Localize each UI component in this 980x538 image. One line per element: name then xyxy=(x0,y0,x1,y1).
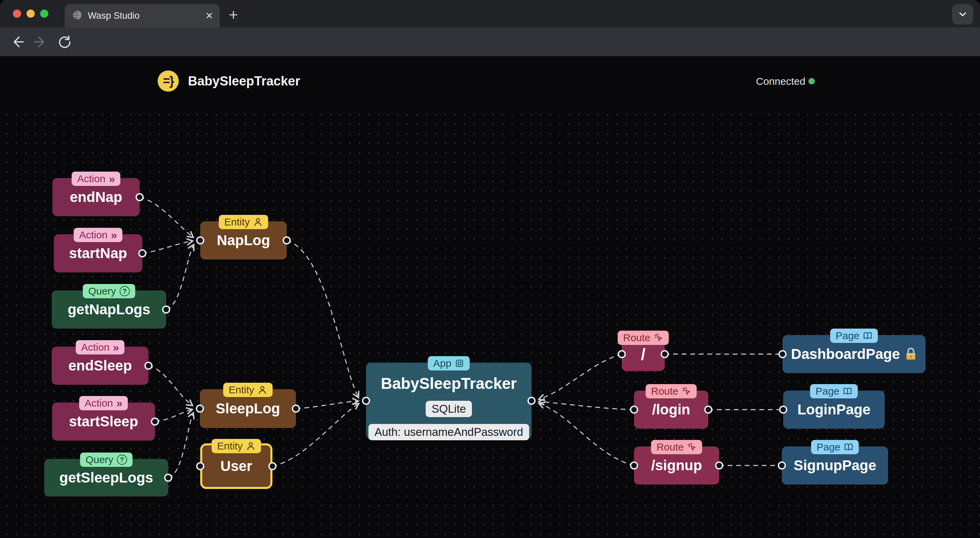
person-icon xyxy=(246,441,256,451)
node-label: startSleep xyxy=(69,413,138,430)
connection-status-dot xyxy=(808,78,815,84)
book-open-icon xyxy=(863,331,872,341)
tab-search-chevron-button[interactable] xyxy=(952,4,973,24)
node-label: DashboardPage xyxy=(791,346,917,362)
back-button[interactable] xyxy=(9,27,25,56)
page-title: BabySleepTracker xyxy=(188,74,300,89)
node-entity-sleeplog[interactable]: Entity SleepLog xyxy=(200,389,296,428)
node-app-babysleeptracker[interactable]: App BabySleepTracker SQLite Auth: userna… xyxy=(366,363,531,439)
person-icon xyxy=(253,217,263,227)
badge-action: Action» xyxy=(76,340,124,355)
badge-app: App xyxy=(428,356,469,371)
window-minimize-button[interactable] xyxy=(27,10,35,18)
question-circle-icon: ? xyxy=(119,286,130,296)
node-route-signup[interactable]: Route /signup xyxy=(634,446,719,484)
badge-query: Query? xyxy=(80,452,132,467)
book-open-icon xyxy=(843,387,852,396)
node-label: LoginPage xyxy=(797,401,871,418)
node-action-startsleep[interactable]: Action» startSleep xyxy=(52,403,155,441)
window-zoom-button[interactable] xyxy=(40,10,48,18)
badge-action: Action» xyxy=(79,396,128,410)
forward-button[interactable] xyxy=(33,27,49,56)
chip-icon xyxy=(455,358,465,368)
app-database-pill: SQLite xyxy=(426,401,472,417)
node-query-getsleeplogs[interactable]: Query? getSleepLogs xyxy=(44,459,168,497)
node-page-signuppage[interactable]: Page SignupPage xyxy=(782,446,888,484)
tab-wasp-studio[interactable]: Wasp Studio × xyxy=(65,4,220,27)
node-label: SleepLog xyxy=(216,400,280,417)
badge-page: Page xyxy=(811,440,859,454)
node-route-root[interactable]: Route / xyxy=(622,337,665,371)
new-tab-button[interactable]: + xyxy=(229,5,238,24)
badge-page: Page xyxy=(810,384,858,398)
badge-route: Route xyxy=(651,440,702,454)
action-chevrons-icon: » xyxy=(116,398,123,409)
badge-route: Route xyxy=(618,331,669,345)
badge-action: Action» xyxy=(72,172,120,186)
node-entity-user[interactable]: Entity User xyxy=(200,443,272,489)
node-route-login[interactable]: Route /login xyxy=(634,390,708,429)
action-chevrons-icon: » xyxy=(113,342,119,353)
book-open-icon xyxy=(844,442,853,452)
tab-title: Wasp Studio xyxy=(88,11,206,21)
tab-favicon-globe-icon xyxy=(72,10,83,22)
connection-status: Connected xyxy=(756,76,805,87)
person-icon xyxy=(258,385,267,395)
node-entity-naplog[interactable]: Entity NapLog xyxy=(200,221,287,259)
cursor-click-icon xyxy=(687,442,697,452)
browser-toolbar: localhost:4000 ☆ Incognito Relaunch to u… xyxy=(0,27,980,56)
action-chevrons-icon: » xyxy=(109,173,115,184)
node-query-getnaplogs[interactable]: Query? getNapLogs xyxy=(52,290,166,329)
node-label: startNap xyxy=(69,245,127,261)
badge-entity: Entity xyxy=(219,215,268,229)
tab-strip: Wasp Studio × + xyxy=(0,0,980,27)
node-label: NapLog xyxy=(217,232,270,248)
node-action-endnap[interactable]: Action» endNap xyxy=(52,178,140,216)
node-label: SignupPage xyxy=(794,457,877,474)
badge-page: Page xyxy=(830,329,878,343)
node-label: endNap xyxy=(70,189,122,205)
node-label: getSleepLogs xyxy=(59,470,153,486)
node-label: /login xyxy=(652,401,690,418)
question-circle-icon: ? xyxy=(117,455,127,465)
badge-action: Action» xyxy=(73,228,122,242)
node-page-dashboardpage[interactable]: Page DashboardPage xyxy=(783,335,926,373)
reload-button[interactable] xyxy=(57,27,73,56)
badge-entity: Entity xyxy=(212,439,261,453)
node-label: /signup xyxy=(651,457,702,474)
wasp-logo: =} xyxy=(158,70,179,92)
cursor-click-icon xyxy=(682,387,691,396)
lock-icon xyxy=(905,347,917,361)
app-name: BabySleepTracker xyxy=(381,374,517,393)
badge-entity: Entity xyxy=(223,383,272,397)
node-label: endSleep xyxy=(68,358,132,374)
action-chevrons-icon: » xyxy=(111,229,117,240)
tab-close-icon[interactable]: × xyxy=(206,10,213,22)
cursor-click-icon xyxy=(654,333,663,342)
node-label: User xyxy=(220,458,252,474)
node-label: / xyxy=(641,345,645,364)
browser-window: Wasp Studio × + localhost:4000 ☆ xyxy=(0,0,980,538)
node-action-startnap[interactable]: Action» startNap xyxy=(54,234,142,272)
node-label: getNapLogs xyxy=(68,301,151,318)
node-page-loginpage[interactable]: Page LoginPage xyxy=(783,390,885,429)
node-action-endsleep[interactable]: Action» endSleep xyxy=(52,347,148,385)
badge-query: Query? xyxy=(83,284,135,298)
window-close-button[interactable] xyxy=(13,10,21,18)
badge-route: Route xyxy=(646,384,697,398)
app-auth-pill: Auth: usernameAndPassword xyxy=(368,424,530,440)
